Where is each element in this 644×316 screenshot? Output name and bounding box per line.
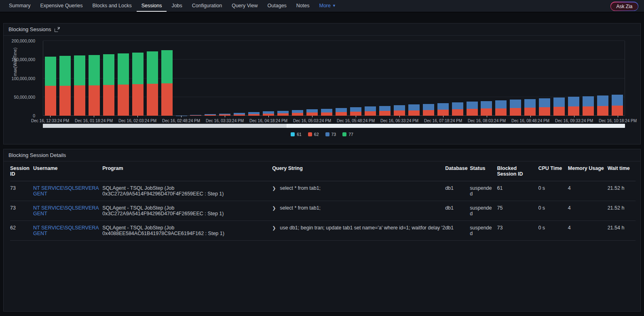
stacked-bar[interactable] xyxy=(597,41,608,116)
legend-item-73[interactable]: 73 xyxy=(325,132,336,137)
stacked-bar[interactable] xyxy=(45,41,56,116)
stacked-bar[interactable] xyxy=(394,41,405,116)
nav-tab-expensive-queries[interactable]: Expensive Queries xyxy=(35,0,87,12)
stacked-bar[interactable] xyxy=(365,41,376,116)
stacked-bar[interactable] xyxy=(336,41,347,116)
blocking-session-details-panel: Blocking Session Details Session IDUsern… xyxy=(3,149,641,312)
legend-swatch xyxy=(308,132,312,136)
bar-segment-series-62 xyxy=(336,112,347,116)
stacked-bar[interactable] xyxy=(467,41,478,116)
stacked-bar[interactable] xyxy=(553,41,565,116)
x-axis-tick xyxy=(225,116,225,117)
nav-more-menu[interactable]: More ▼ xyxy=(315,0,341,12)
bar-segment-series-73 xyxy=(277,111,289,113)
stacked-bar[interactable] xyxy=(292,41,303,116)
bar-segment-series-62 xyxy=(539,107,550,116)
bar-segment-series-73 xyxy=(292,110,303,113)
stacked-bar[interactable] xyxy=(452,41,463,116)
stacked-bar[interactable] xyxy=(234,41,245,116)
cell-database: db1 xyxy=(445,221,470,241)
cell-username: NT SERVICE\SQLSERVERAGENT xyxy=(33,221,102,241)
stacked-bar[interactable] xyxy=(408,41,420,116)
bar-segment-series-73 xyxy=(394,105,405,110)
cell-cpu-time: 0 s xyxy=(538,181,568,201)
bar-segment-series-62 xyxy=(277,113,289,116)
bar-segment-series-73 xyxy=(452,102,463,109)
stacked-bar[interactable] xyxy=(481,41,492,116)
bar-segment-series-73 xyxy=(205,114,216,115)
stacked-bar[interactable] xyxy=(495,41,507,116)
stacked-bar[interactable] xyxy=(568,41,579,116)
stacked-bar[interactable] xyxy=(423,41,434,116)
nav-tab-summary[interactable]: Summary xyxy=(4,0,35,12)
nav-tab-configuration[interactable]: Configuration xyxy=(187,0,227,12)
stacked-bar[interactable] xyxy=(147,41,158,116)
expand-query-icon[interactable]: ❯ xyxy=(272,186,276,191)
panel-title: Blocking Sessions xyxy=(8,26,51,32)
nav-tab-outages[interactable]: Outages xyxy=(263,0,291,12)
nav-tab-notes[interactable]: Notes xyxy=(291,0,315,12)
chart-legend: 61627377 xyxy=(4,132,640,137)
stacked-bar[interactable] xyxy=(510,41,521,116)
nav-tab-query-view[interactable]: Query View xyxy=(227,0,262,12)
stacked-bar[interactable] xyxy=(176,41,187,116)
stacked-bar[interactable] xyxy=(321,41,332,116)
stacked-bar[interactable] xyxy=(132,41,144,116)
cell-cpu-time: 0 s xyxy=(538,221,568,241)
bar-segment-series-62 xyxy=(481,108,492,116)
column-header-username: Username xyxy=(33,161,102,181)
stacked-bar[interactable] xyxy=(103,41,114,116)
stacked-bar[interactable] xyxy=(612,41,623,116)
stacked-bar[interactable] xyxy=(263,41,274,116)
stacked-bar[interactable] xyxy=(190,41,201,116)
chart-horizontal-scrollbar[interactable] xyxy=(43,124,625,128)
legend-item-61[interactable]: 61 xyxy=(291,132,302,137)
stacked-bar[interactable] xyxy=(306,41,318,116)
nav-tab-sessions[interactable]: Sessions xyxy=(137,0,167,12)
stacked-bar[interactable] xyxy=(248,41,260,116)
panel-header: Blocking Sessions xyxy=(4,23,640,36)
stacked-bar[interactable] xyxy=(277,41,289,116)
x-axis-tick xyxy=(137,116,138,117)
expand-query-icon[interactable]: ❯ xyxy=(272,206,276,210)
nav-tab-jobs[interactable]: Jobs xyxy=(167,0,187,12)
stacked-bar[interactable] xyxy=(379,41,391,116)
bar-segment-series-73 xyxy=(553,98,565,107)
stacked-bar[interactable] xyxy=(583,41,594,116)
legend-swatch xyxy=(342,132,346,136)
column-header-memory-usage: Memory Usage xyxy=(568,161,608,181)
x-axis-label: Dec 16, 08:03:24 PM xyxy=(468,119,506,123)
stacked-bar[interactable] xyxy=(161,41,173,116)
legend-item-77[interactable]: 77 xyxy=(342,132,353,137)
legend-item-62[interactable]: 62 xyxy=(308,132,319,137)
chart-scrollbar-thumb[interactable] xyxy=(43,124,287,128)
cell-query-string: ❯select * from tab1; xyxy=(272,181,445,201)
stacked-bar[interactable] xyxy=(539,41,550,116)
open-in-new-icon[interactable] xyxy=(55,27,59,32)
ask-zia-button[interactable]: Ask Zia xyxy=(610,2,638,11)
column-header-program: Program xyxy=(102,161,272,181)
bar-segment-series-73 xyxy=(597,95,608,106)
nav-tab-blocks-and-locks[interactable]: Blocks and Locks xyxy=(87,0,136,12)
stacked-bar[interactable] xyxy=(524,41,536,116)
stacked-bar[interactable] xyxy=(350,41,361,116)
stacked-bar[interactable] xyxy=(89,41,100,116)
bar-segment-series-73 xyxy=(219,114,230,115)
expand-query-icon[interactable]: ❯ xyxy=(272,225,276,230)
bar-segment-series-62 xyxy=(583,106,594,116)
legend-label: 73 xyxy=(332,132,336,137)
username-link[interactable]: NT SERVICE\SQLSERVERAGENT xyxy=(33,205,99,216)
stacked-bar[interactable] xyxy=(118,41,129,116)
stacked-bar[interactable] xyxy=(437,41,449,116)
username-link[interactable]: NT SERVICE\SQLSERVERAGENT xyxy=(33,185,99,197)
cell-database: db1 xyxy=(445,201,470,221)
stacked-bar[interactable] xyxy=(205,41,216,116)
stacked-bar[interactable] xyxy=(219,41,230,116)
stacked-bar[interactable] xyxy=(59,41,71,116)
column-header-blocked-session-id: Blocked Session ID xyxy=(497,161,538,181)
stacked-bar[interactable] xyxy=(74,41,85,116)
bar-segment-series-73 xyxy=(234,113,245,115)
username-link[interactable]: NT SERVICE\SQLSERVERAGENT xyxy=(33,225,99,236)
bar-segment-series-62 xyxy=(612,106,623,116)
x-axis-label: Dec 16, 06:33:24 PM xyxy=(380,119,418,123)
